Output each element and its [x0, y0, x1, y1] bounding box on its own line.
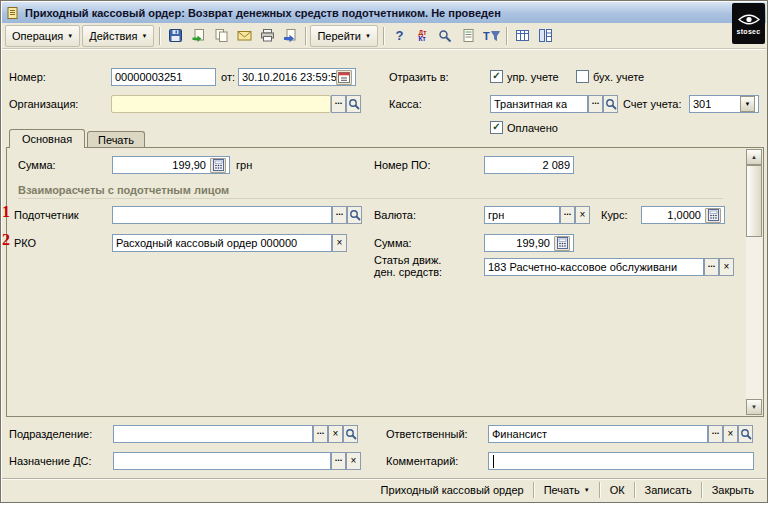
tab-print[interactable]: Печать [87, 131, 145, 148]
print-button[interactable] [256, 25, 279, 47]
actions-button[interactable]: Действия ▼ [82, 25, 154, 47]
search-icon [345, 428, 357, 440]
print-menu-label: Печать [544, 484, 580, 496]
currency-clear-button[interactable]: × [575, 206, 590, 224]
division-select-button[interactable]: ... [313, 425, 328, 443]
scrollbar-thumb[interactable] [746, 165, 762, 237]
scrollbar[interactable]: ▲ ▼ [746, 149, 762, 415]
filter-button[interactable]: Т [480, 25, 503, 47]
currency-select-button[interactable]: ... [560, 206, 575, 224]
scroll-up-icon: ▲ [751, 154, 757, 160]
sum2-calc-button[interactable] [554, 236, 570, 251]
sum-label: Сумма: [18, 159, 56, 171]
open-related-button[interactable] [279, 25, 302, 47]
cashflow-clear-button[interactable]: × [719, 258, 734, 276]
purpose-field[interactable] [113, 452, 331, 470]
cash-desk-select-button[interactable]: ... [588, 95, 603, 113]
account-combo[interactable]: 301 ▼ [689, 95, 759, 113]
mgmt-accounting-checkbox[interactable]: ✓ [490, 70, 503, 83]
panels-settings-button[interactable] [534, 25, 557, 47]
comment-field[interactable] [488, 452, 754, 470]
save-record-button[interactable]: Записать [636, 480, 701, 501]
search-icon [605, 98, 617, 110]
division-clear-button[interactable]: × [328, 425, 343, 443]
division-lookup-button[interactable] [343, 425, 358, 443]
operation-button[interactable]: Операция ▼ [5, 25, 80, 47]
organization-select-button[interactable]: ... [331, 95, 346, 113]
rate-value: 1,0000 [667, 209, 701, 221]
document-type-button[interactable]: Приходный кассовый ордер [372, 480, 533, 501]
search-icon [740, 428, 752, 440]
floppy-icon [168, 28, 183, 43]
find-button[interactable] [434, 25, 457, 47]
number-field[interactable]: 00000003251 [111, 68, 216, 86]
ok-button[interactable]: ОК [601, 480, 634, 501]
chevron-down-icon: ▼ [584, 487, 590, 493]
responsible-clear-button[interactable]: × [723, 425, 738, 443]
division-field[interactable] [113, 425, 313, 443]
responsible-select-button[interactable]: ... [708, 425, 723, 443]
goto-button[interactable]: Перейти ▼ [310, 25, 378, 47]
chevron-down-icon: ▼ [745, 101, 751, 107]
account-dropdown-button[interactable]: ▼ [740, 96, 755, 112]
copy-button[interactable] [210, 25, 233, 47]
date-calendar-button[interactable] [336, 70, 352, 85]
responsible-field[interactable]: Финансист [488, 425, 708, 443]
date-prefix-label: от: [221, 71, 235, 83]
organization-field[interactable] [111, 95, 331, 113]
sum-calc-button[interactable] [210, 158, 226, 173]
division-label: Подразделение: [9, 428, 92, 440]
help-button[interactable]: ? [388, 25, 411, 47]
scroll-up-button[interactable]: ▲ [746, 149, 762, 165]
scroll-down-button[interactable]: ▼ [746, 399, 762, 415]
number-value: 00000003251 [115, 71, 182, 83]
cash-desk-lookup-button[interactable] [603, 95, 618, 113]
paid-checkbox[interactable]: ✓ [490, 121, 503, 134]
close-label: Закрыть [712, 484, 754, 496]
cashflow-select-button[interactable]: ... [704, 258, 719, 276]
goto-label: Перейти [317, 30, 361, 42]
rko-field[interactable]: Расходный кассовый ордер 000000 [112, 234, 332, 252]
table-settings-button[interactable] [511, 25, 534, 47]
purpose-clear-button[interactable]: × [346, 452, 361, 470]
screenshot-root: Приходный кассовый ордер: Возврат денежн… [0, 0, 768, 506]
goto-document-icon [283, 28, 298, 43]
tab-main[interactable]: Основная [9, 129, 85, 148]
document-type-label: Приходный кассовый ордер [381, 484, 524, 496]
date-field[interactable]: 30.10.2016 23:59:5 [238, 68, 356, 86]
sum2-field[interactable]: 199,90 [484, 234, 574, 252]
actions-label: Действия [89, 30, 137, 42]
fin-accounting-checkbox[interactable] [576, 70, 589, 83]
account-label: Счет учета: [623, 98, 681, 110]
print-menu-button[interactable]: Печать ▼ [535, 480, 599, 501]
po-number-field[interactable]: 2 089 [484, 156, 574, 174]
purpose-select-button[interactable]: ... [331, 452, 346, 470]
currency-value: грн [488, 209, 504, 221]
po-number-value: 2 089 [542, 159, 570, 171]
cash-desk-field[interactable]: Транзитная ка [490, 95, 588, 113]
cash-desk-value: Транзитная ка [494, 98, 567, 110]
split-panes-icon [538, 28, 553, 43]
send-button[interactable] [233, 25, 256, 47]
close-button[interactable]: Закрыть [703, 480, 763, 501]
dt-kt-button[interactable]: ДтКт [411, 25, 434, 47]
accountable-lookup-button[interactable] [347, 206, 362, 224]
organization-lookup-button[interactable] [346, 95, 361, 113]
report-icon [461, 28, 476, 43]
tab-main-label: Основная [22, 133, 72, 145]
cashflow-field[interactable]: 183 Расчетно-кассовое обслуживани [484, 258, 704, 276]
rko-clear-button[interactable]: × [332, 234, 347, 252]
save-button[interactable] [164, 25, 187, 47]
currency-field[interactable]: грн [484, 206, 560, 224]
rate-calc-button[interactable] [705, 208, 721, 223]
responsible-lookup-button[interactable] [738, 425, 753, 443]
section-divider [18, 198, 723, 199]
post-document-button[interactable] [187, 25, 210, 47]
sum-field[interactable]: 199,90 [112, 156, 230, 174]
rate-field[interactable]: 1,0000 [641, 206, 725, 224]
accountable-select-button[interactable]: ... [332, 206, 347, 224]
document-window: Приходный кассовый ордер: Возврат денежн… [0, 0, 768, 503]
report-button[interactable] [457, 25, 480, 47]
purpose-label: Назначение ДС: [9, 455, 92, 467]
accountable-field[interactable] [112, 206, 332, 224]
